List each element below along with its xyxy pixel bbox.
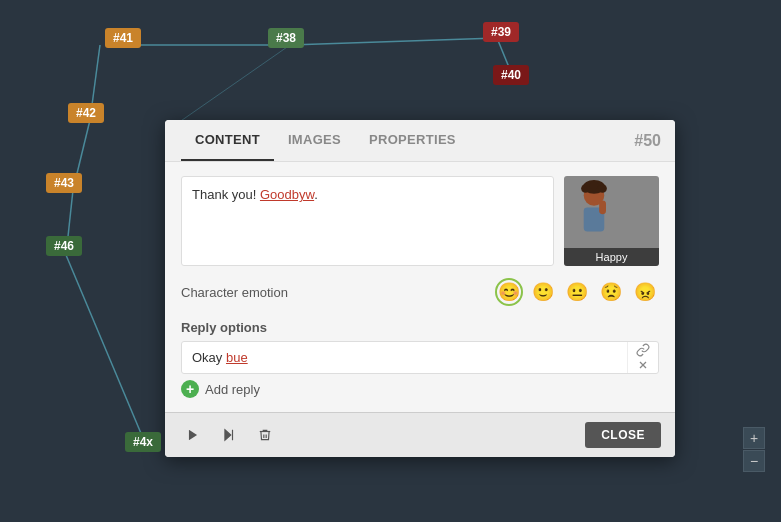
node-46: #46 [46,236,82,256]
node-38: #38 [268,28,304,48]
modal-footer: CLOSE [165,412,675,457]
reply-text[interactable]: Okay bue [182,342,627,373]
node-42: #42 [68,103,104,123]
reply-link-button[interactable] [628,342,658,358]
reply-actions [627,342,658,373]
zoom-in-button[interactable]: + [743,427,765,449]
emotion-row: Character emotion 😊 🙂 😐 😟 😠 [181,278,659,306]
skip-button[interactable] [215,421,243,449]
emotion-happy[interactable]: 😊 [495,278,523,306]
emotion-icons: 😊 🙂 😐 😟 😠 [495,278,659,306]
node-39: #39 [483,22,519,42]
delete-button[interactable] [251,421,279,449]
reply-text-before: Okay [192,350,226,365]
svg-point-11 [598,184,607,193]
emotion-sad[interactable]: 😟 [597,278,625,306]
content-text-area[interactable]: Thank you! Goodbyw. [181,176,554,266]
svg-line-1 [290,38,497,45]
add-reply-text[interactable]: Add reply [205,382,260,397]
modal-id: #50 [634,132,661,150]
play-button[interactable] [179,421,207,449]
svg-line-7 [175,45,290,125]
svg-point-10 [581,184,590,193]
character-image-label: Happy [564,248,659,266]
reply-options-label: Reply options [181,320,659,335]
content-text-underline: Goodbyw [260,187,314,202]
svg-marker-18 [225,430,231,441]
reply-delete-button[interactable] [628,358,658,374]
emotion-label: Character emotion [181,285,288,300]
modal-tabs: CONTENT IMAGES PROPERTIES #50 [165,120,675,162]
content-text-after: . [314,187,318,202]
character-image[interactable]: Happy [564,176,659,266]
node-43: #43 [46,173,82,193]
zoom-controls: + − [743,427,765,472]
svg-line-6 [66,255,148,450]
content-text-before: Thank you! [192,187,260,202]
emotion-angry[interactable]: 😠 [631,278,659,306]
zoom-out-button[interactable]: − [743,450,765,472]
tab-content[interactable]: CONTENT [181,120,274,161]
reply-item: Okay bue [181,341,659,374]
add-reply-row: + Add reply [181,380,659,398]
add-reply-icon[interactable]: + [181,380,199,398]
tab-images[interactable]: IMAGES [274,120,355,161]
emotion-smile[interactable]: 🙂 [529,278,557,306]
emotion-neutral[interactable]: 😐 [563,278,591,306]
modal-body: Thank you! Goodbyw. Happy [165,162,675,412]
content-row: Thank you! Goodbyw. Happy [181,176,659,266]
svg-point-12 [590,181,599,190]
node-40: #40 [493,65,529,85]
svg-marker-17 [189,430,197,441]
reply-text-underline: bue [226,350,248,365]
node-4x: #4x [125,432,161,452]
svg-rect-14 [599,201,606,215]
tab-properties[interactable]: PROPERTIES [355,120,470,161]
modal-dialog: CONTENT IMAGES PROPERTIES #50 Thank you!… [165,120,675,457]
node-41: #41 [105,28,141,48]
close-button[interactable]: CLOSE [585,422,661,448]
